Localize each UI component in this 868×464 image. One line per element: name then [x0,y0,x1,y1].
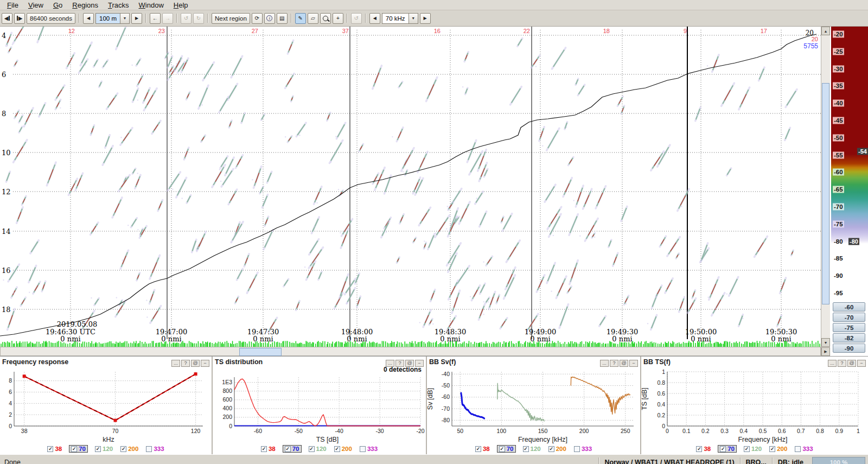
range-next-button[interactable]: ▶ [131,13,142,24]
checkbox-unchecked-icon[interactable] [360,446,366,452]
checkbox-checked-icon[interactable]: ✓ [120,446,126,452]
freq-toggle-200[interactable]: ✓200 [769,446,787,452]
checkbox-checked-icon[interactable]: ✓ [334,446,340,452]
freq-toggle-333[interactable]: 333 [795,446,813,452]
panel-help-button[interactable]: ? [838,360,846,367]
forward-button[interactable]: → [162,13,173,24]
freq-toggle-38[interactable]: ✓38 [261,446,276,452]
checkbox-unchecked-icon[interactable] [574,446,580,452]
panel-export-button[interactable]: @ [191,360,200,367]
pencil-button[interactable]: ✎ [295,13,306,24]
scroll-right-button[interactable]: ▶ [821,347,830,356]
freq-toggle-200[interactable]: ✓200 [548,446,566,452]
freq-toggle-38[interactable]: ✓38 [696,446,711,452]
zoom-button[interactable] [320,13,331,24]
threshold-button-minus60[interactable]: -60 [833,302,865,312]
menu-help[interactable]: Help [169,1,193,9]
checkbox-checked-icon[interactable]: ✓ [720,446,726,452]
info-button[interactable]: i [264,13,275,24]
status-bar: Done Norway / WBAT1 / WBAT HEADROPE (1) … [0,454,868,464]
frequency-previous-button[interactable]: ◀ [369,13,380,24]
freq-toggle-200[interactable]: ✓200 [120,446,138,452]
step-forward-button[interactable]: ▶ [14,13,25,24]
threshold-button-minus82[interactable]: -82 [833,333,865,342]
checkbox-checked-icon[interactable]: ✓ [523,446,529,452]
menu-go[interactable]: Go [48,1,67,9]
horizontal-scrollbar[interactable] [0,347,821,356]
checkbox-checked-icon[interactable]: ✓ [285,446,291,452]
add-button[interactable]: + [333,13,343,24]
checkbox-checked-icon[interactable]: ✓ [475,446,481,452]
redo-button[interactable]: ↻ [193,13,204,24]
range-combobox[interactable]: 100 m▼ [95,13,130,24]
checkbox-checked-icon[interactable]: ✓ [696,446,702,452]
freq-toggle-70[interactable]: ✓70 [497,446,515,452]
panel-menu-button[interactable]: ... [828,360,837,367]
menu-tracks[interactable]: Tracks [103,1,134,9]
freq-toggle-70[interactable]: ✓70 [69,446,87,452]
freq-toggle-120[interactable]: ✓120 [309,446,327,452]
panel-help-button[interactable]: ? [610,360,618,367]
panel-export-button[interactable]: @ [620,360,628,367]
next-region-button[interactable]: Next region [212,13,250,24]
vertical-scrollbar[interactable]: ▲ ▼ ▶ [821,27,830,356]
chevron-down-icon[interactable]: ▼ [409,14,418,23]
panel-minimize-button[interactable]: − [857,360,866,367]
checkbox-checked-icon[interactable]: ✓ [744,446,750,452]
panel-minimize-button[interactable]: − [629,360,638,367]
range-previous-button[interactable]: ◀ [83,13,94,24]
back-button[interactable]: ← [150,13,161,24]
status-extra-label: BRO... [740,457,772,464]
checkbox-checked-icon[interactable]: ✓ [548,446,554,452]
freq-toggle-200[interactable]: ✓200 [334,446,352,452]
panel-menu-button[interactable]: ... [171,360,180,367]
scroll-down-button[interactable]: ▼ [821,338,830,347]
scroll-up-button[interactable]: ▲ [821,27,830,35]
freq-label: 38 [55,446,62,452]
freq-toggle-70[interactable]: ✓70 [718,446,736,452]
panel-help-button[interactable]: ? [181,360,190,367]
checkbox-checked-icon[interactable]: ✓ [499,446,505,452]
menu-view[interactable]: View [23,1,48,9]
chevron-down-icon[interactable]: ▼ [120,14,129,23]
vertical-scrollbar-thumb[interactable] [822,83,829,304]
freq-toggle-38[interactable]: ✓38 [475,446,490,452]
panel-menu-button[interactable]: ... [600,360,609,367]
frequency-next-button[interactable]: ▶ [420,13,431,24]
undo-button[interactable]: ↺ [181,13,192,24]
freq-toggle-333[interactable]: 333 [574,446,592,452]
horizontal-scrollbar-thumb[interactable] [239,348,282,356]
reset-view-button[interactable]: ↺ [351,13,362,24]
refresh-button[interactable]: ⟳ [252,13,263,24]
freq-toggle-120[interactable]: ✓120 [523,446,541,452]
panel-export-button[interactable]: @ [847,360,856,367]
menu-file[interactable]: File [2,1,23,9]
step-backward-button[interactable]: ◀ [2,13,12,24]
duration-button[interactable]: 86400 seconds [27,13,75,24]
echogram-canvas[interactable]: 4681012141618122327371622189172020575520… [0,27,821,347]
checkbox-unchecked-icon[interactable] [146,446,152,452]
checkbox-checked-icon[interactable]: ✓ [261,446,267,452]
threshold-button-minus90[interactable]: -90 [833,344,865,353]
checkbox-checked-icon[interactable]: ✓ [309,446,315,452]
checkbox-checked-icon[interactable]: ✓ [769,446,775,452]
frequency-combobox[interactable]: 70 kHz▼ [382,13,418,24]
checkbox-checked-icon[interactable]: ✓ [95,446,101,452]
eraser-button[interactable]: ▱ [308,13,318,24]
checkbox-checked-icon[interactable]: ✓ [71,446,77,452]
threshold-button-minus70[interactable]: -70 [833,313,865,322]
color-scale-tick: -20 [833,30,844,37]
region-list-button[interactable]: ▤ [277,13,288,24]
freq-toggle-333[interactable]: 333 [146,446,164,452]
checkbox-unchecked-icon[interactable] [795,446,801,452]
checkbox-checked-icon[interactable]: ✓ [47,446,53,452]
panel-minimize-button[interactable]: − [201,360,209,367]
menu-regions[interactable]: Regions [67,1,103,9]
freq-toggle-70[interactable]: ✓70 [283,446,301,452]
freq-toggle-120[interactable]: ✓120 [744,446,762,452]
freq-toggle-38[interactable]: ✓38 [47,446,62,452]
threshold-button-minus75[interactable]: -75 [833,323,865,332]
freq-toggle-333[interactable]: 333 [360,446,378,452]
menu-window[interactable]: Window [134,1,169,9]
freq-toggle-120[interactable]: ✓120 [95,446,113,452]
